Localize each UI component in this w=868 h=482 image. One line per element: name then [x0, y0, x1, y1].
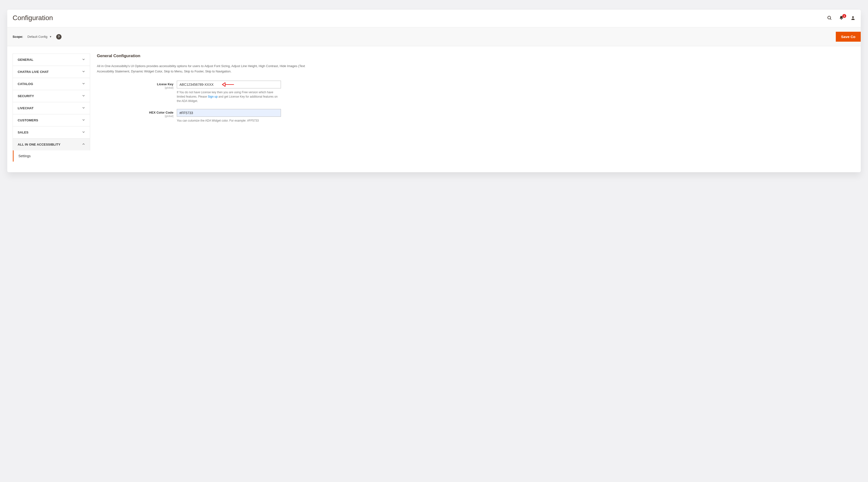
chevron-down-icon — [82, 106, 85, 110]
search-icon[interactable] — [827, 15, 832, 21]
field-license-key: Licese Key [global] — [97, 81, 855, 103]
field-hex-color: HEX Color Code [global] You can cutomize… — [97, 109, 855, 123]
page-header: Configuration 1 — [7, 10, 861, 27]
section-description-2: Accessibility Statement, Dynamic Widget … — [97, 69, 855, 74]
sidebar-item-label: SECURITY — [18, 94, 34, 98]
notification-badge: 1 — [842, 14, 846, 18]
sidebar-item-catalog[interactable]: CATALOG — [12, 78, 90, 90]
scope-toolbar: Scope: Default Config ▼ ? Save Co — [7, 27, 861, 46]
sidebar-item-customers[interactable]: CUSTOMERS — [12, 114, 90, 126]
field-label: Licese Key — [157, 82, 174, 86]
header-actions: 1 — [827, 15, 856, 21]
sidebar-item-label: CHATRA LIVE CHAT — [18, 70, 49, 73]
sidebar-item-label: CUSTOMERS — [18, 118, 38, 122]
page-title: Configuration — [12, 14, 53, 22]
svg-point-2 — [852, 16, 854, 18]
sidebar-item-general[interactable]: GENERAL — [12, 54, 90, 66]
svg-point-0 — [828, 16, 831, 19]
chevron-up-icon — [82, 143, 85, 146]
hex-note: You can cutomize the ADA Widget color. F… — [177, 118, 281, 123]
sidebar-item-chatra[interactable]: CHATRA LIVE CHAT — [12, 66, 90, 78]
main-content: General Configuration All in One Accessi… — [97, 54, 861, 172]
account-icon[interactable] — [850, 16, 856, 20]
scope-select[interactable]: Default Config ▼ — [27, 35, 52, 38]
section-description: All in One Accessiblity's UI Options pro… — [97, 64, 855, 68]
section-title: General Configuration — [97, 54, 855, 58]
scope-value: Default Config — [27, 35, 47, 38]
scope-label: Scope: — [12, 35, 23, 38]
sidebar-item-label: LIVECHAT — [18, 106, 34, 110]
chevron-down-icon — [82, 82, 85, 86]
hex-color-input[interactable] — [177, 109, 281, 117]
svg-line-1 — [830, 19, 831, 20]
config-sidebar: GENERAL CHATRA LIVE CHAT CATALOG SECURIT… — [12, 54, 90, 172]
caret-down-icon: ▼ — [50, 35, 52, 38]
sidebar-item-label: CATALOG — [18, 82, 33, 86]
license-key-input[interactable] — [177, 81, 281, 88]
save-config-button[interactable]: Save Co — [836, 32, 861, 42]
chevron-down-icon — [82, 70, 85, 73]
sidebar-subitem-settings[interactable]: Settings — [13, 150, 90, 161]
sidebar-item-sales[interactable]: SALES — [12, 126, 90, 138]
signup-link[interactable]: Sign up — [208, 95, 218, 98]
chevron-down-icon — [82, 94, 85, 98]
sidebar-item-livechat[interactable]: LIVECHAT — [12, 102, 90, 114]
license-note: If You do not have License key then you … — [177, 90, 281, 103]
chevron-down-icon — [82, 130, 85, 134]
field-label: HEX Color Code — [149, 111, 174, 114]
notifications-icon[interactable]: 1 — [839, 16, 844, 20]
chevron-down-icon — [82, 58, 85, 62]
sidebar-item-accessibility[interactable]: ALL IN ONE ACCESSIBLITY — [12, 138, 90, 150]
sidebar-item-label: ALL IN ONE ACCESSIBLITY — [18, 143, 61, 146]
chevron-down-icon — [82, 118, 85, 122]
sidebar-item-label: GENERAL — [18, 58, 33, 62]
help-icon[interactable]: ? — [56, 34, 62, 39]
field-scope: [global] — [97, 115, 174, 118]
sidebar-item-label: SALES — [18, 130, 28, 134]
config-panel: Configuration 1 Scope: Default Config — [7, 10, 861, 172]
field-scope: [global] — [97, 86, 174, 89]
sidebar-item-security[interactable]: SECURITY — [12, 90, 90, 102]
